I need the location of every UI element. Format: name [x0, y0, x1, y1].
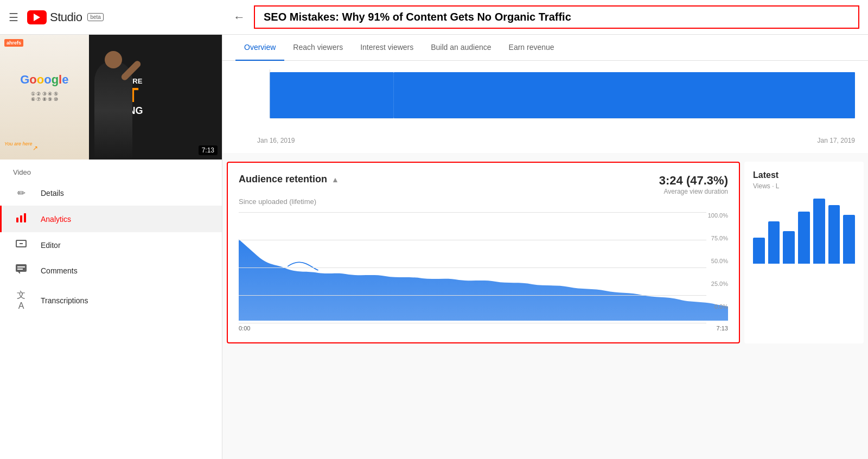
ahrefs-badge: ahrefs: [4, 39, 23, 47]
tab-reach-viewers[interactable]: Reach viewers: [284, 35, 352, 61]
latest-bar-7: [843, 215, 855, 264]
retention-curve-svg: [239, 212, 728, 321]
views-chart: [235, 69, 855, 135]
x-label-start: 0:00: [239, 325, 250, 331]
thumbnail-overlay: ahrefs Gooogle ① ② ③ ④ ⑤ ⑥ ⑦ ⑧ ⑨ ⑩ You a…: [0, 35, 222, 160]
comments-label: Comments: [41, 266, 78, 275]
bottom-panels: Audience retention ▲ 3:24 (47.3%) Averag…: [222, 157, 868, 348]
top-chart-section: Jan 16, 2019 Jan 17, 2019: [222, 61, 868, 153]
person-head: [105, 51, 122, 68]
retention-chart: 100.0% 75.0% 50.0% 25.0% 0.0%: [239, 212, 728, 323]
header-left: ☰ Studiobeta: [9, 10, 231, 24]
editor-icon: [15, 239, 28, 251]
thumbnail-left-section: ahrefs Gooogle ① ② ③ ④ ⑤ ⑥ ⑦ ⑧ ⑨ ⑩ You a…: [0, 35, 89, 160]
chart-date-start: Jan 16, 2019: [257, 137, 295, 144]
youtube-play-icon: [27, 10, 47, 24]
svg-marker-7: [18, 272, 20, 274]
svg-rect-2: [24, 213, 26, 222]
retention-title: Audience retention: [239, 174, 327, 185]
retention-subtitle: Since uploaded (lifetime): [239, 197, 728, 206]
svg-rect-9: [17, 269, 23, 270]
video-title: SEO Mistakes: Why 91% of Content Gets No…: [254, 5, 859, 29]
tabs-bar: Overview Reach viewers Interest viewers …: [222, 35, 868, 61]
retention-panel-header: Audience retention ▲ 3:24 (47.3%) Averag…: [239, 174, 728, 195]
content-area: Overview Reach viewers Interest viewers …: [222, 35, 868, 459]
beta-badge: beta: [87, 13, 103, 21]
latest-panel: Latest Views · L: [744, 162, 864, 343]
grid-line-0: [239, 323, 706, 323]
tab-earn-revenue[interactable]: Earn revenue: [500, 35, 563, 61]
sidebar-item-transcriptions[interactable]: 文A Transcriptions: [0, 283, 222, 317]
tab-build-audience[interactable]: Build an audience: [422, 35, 500, 61]
transcriptions-label: Transcriptions: [41, 296, 88, 305]
sidebar-video-label: Video: [0, 160, 222, 181]
chart-y-labels: 100.0% 75.0% 50.0% 25.0% 0.0%: [708, 212, 728, 310]
charts-area: Jan 16, 2019 Jan 17, 2019 Audience reten…: [222, 61, 868, 459]
studio-label: Studio: [50, 10, 82, 24]
analytics-icon: [15, 212, 28, 226]
retention-metric-value: 3:24 (47.3%): [659, 174, 728, 188]
latest-bar-5: [813, 199, 825, 264]
analytics-label: Analytics: [41, 215, 71, 224]
arrow-icon: ↗: [33, 144, 38, 152]
sidebar: ahrefs Gooogle ① ② ③ ④ ⑤ ⑥ ⑦ ⑧ ⑨ ⑩ You a…: [0, 35, 222, 459]
y-label-75: 75.0%: [708, 235, 728, 241]
svg-rect-8: [17, 266, 25, 267]
menu-icon[interactable]: ☰: [9, 11, 18, 24]
grid-line-25: [239, 295, 706, 296]
chart-date-end: Jan 17, 2019: [818, 137, 855, 144]
details-label: Details: [41, 189, 64, 197]
svg-rect-0: [16, 218, 18, 222]
y-label-25: 25.0%: [708, 280, 728, 287]
chart-dates: Jan 16, 2019 Jan 17, 2019: [235, 135, 855, 144]
grid-line-75: [239, 240, 706, 240]
chart-x-labels: 0:00 7:13: [239, 323, 728, 331]
svg-rect-1: [20, 215, 22, 222]
sidebar-item-comments[interactable]: Comments: [0, 258, 222, 283]
video-thumbnail[interactable]: ahrefs Gooogle ① ② ③ ④ ⑤ ⑥ ⑦ ⑧ ⑨ ⑩ You a…: [0, 35, 222, 160]
latest-title: Latest: [753, 170, 855, 180]
svg-rect-5: [20, 243, 23, 244]
latest-bar-6: [828, 205, 840, 264]
tab-interest-viewers[interactable]: Interest viewers: [352, 35, 422, 61]
thumbnail-image: ahrefs Gooogle ① ② ③ ④ ⑤ ⑥ ⑦ ⑧ ⑨ ⑩ You a…: [0, 35, 222, 160]
main-area: ahrefs Gooogle ① ② ③ ④ ⑤ ⑥ ⑦ ⑧ ⑨ ⑩ You a…: [0, 35, 868, 459]
tab-overview[interactable]: Overview: [235, 35, 284, 61]
latest-bar-2: [768, 221, 780, 264]
x-label-end: 7:13: [717, 325, 728, 331]
svg-rect-14: [270, 72, 393, 118]
google-logo: Gooogle: [20, 73, 68, 87]
sidebar-navigation: ✏ Details Analytics: [0, 181, 222, 317]
header: ☰ Studiobeta ← SEO Mistakes: Why 91% of …: [0, 0, 868, 35]
sidebar-item-editor[interactable]: Editor: [0, 232, 222, 258]
warning-icon: ▲: [331, 175, 339, 184]
latest-bar-1: [753, 238, 765, 264]
back-button[interactable]: ←: [231, 8, 247, 27]
details-icon: ✏: [15, 187, 28, 199]
comments-icon: [15, 264, 28, 277]
retention-panel: Audience retention ▲ 3:24 (47.3%) Averag…: [227, 162, 740, 343]
retention-metric-label: Average view duration: [659, 188, 728, 195]
y-label-0: 0.0%: [708, 303, 728, 310]
svg-rect-6: [16, 264, 27, 272]
person-silhouette: [94, 62, 132, 160]
transcriptions-icon: 文A: [15, 290, 28, 311]
latest-bar-3: [783, 231, 795, 264]
latest-bar-chart: [753, 199, 855, 264]
retention-metric: 3:24 (47.3%) Average view duration: [659, 174, 728, 195]
thumbnail-right-section: WHY YOU'RE NOT RANKING: [89, 35, 222, 160]
editor-label: Editor: [41, 241, 61, 250]
svg-rect-15: [394, 72, 855, 118]
header-title-area: ← SEO Mistakes: Why 91% of Content Gets …: [231, 5, 859, 29]
views-bar-svg: [235, 69, 855, 129]
grid-line-50: [239, 267, 706, 268]
ranking-numbers: ① ② ③ ④ ⑤ ⑥ ⑦ ⑧ ⑨ ⑩: [31, 91, 58, 102]
latest-subtitle: Views · L: [753, 182, 855, 190]
y-label-50: 50.0%: [708, 258, 728, 264]
sidebar-item-analytics[interactable]: Analytics: [0, 206, 222, 232]
y-label-100: 100.0%: [708, 212, 728, 219]
sidebar-item-details[interactable]: ✏ Details: [0, 181, 222, 206]
retention-title-group: Audience retention ▲: [239, 174, 339, 185]
video-duration: 7:13: [199, 145, 218, 155]
youtube-studio-logo: Studiobeta: [27, 10, 104, 24]
